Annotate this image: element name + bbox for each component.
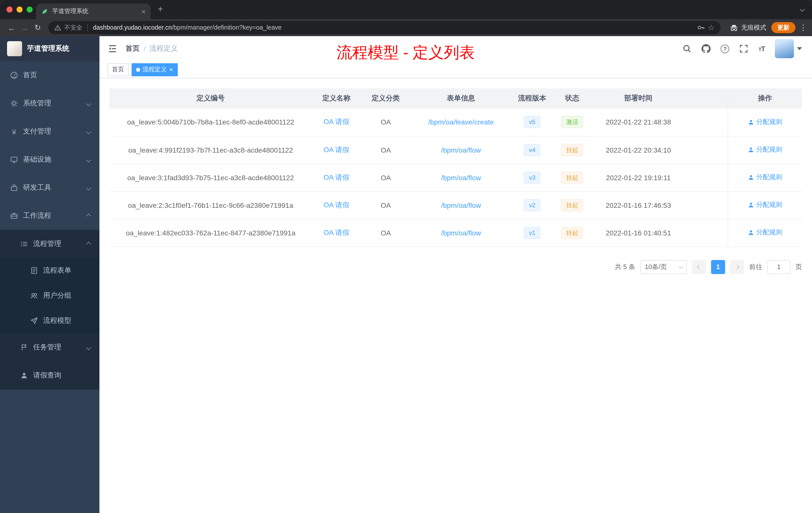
sidebar-item-process-management[interactable]: 流程管理 (0, 230, 99, 258)
form-link[interactable]: /bpm/oa/flow (441, 229, 481, 237)
definition-name-link[interactable]: OA 请假 (324, 228, 349, 236)
sidebar-item-infrastructure[interactable]: 基础设施 (0, 146, 99, 174)
incognito-badge: 无痕模式 (730, 23, 766, 32)
sidebar-item-home[interactable]: 首页 (0, 61, 99, 89)
table-row: oa_leave:5:004b710b-7b8a-11ec-8ef0-acde4… (110, 109, 802, 136)
reload-button[interactable]: ↻ (31, 23, 44, 32)
version-badge: v3 (524, 172, 540, 183)
table-header-row: 定义编号 定义名称 定义分类 表单信息 流程版本 状态 部署时间 操作 (110, 88, 802, 109)
form-link[interactable]: /bpm/oa/leave/create (428, 118, 494, 126)
github-icon[interactable] (702, 44, 711, 53)
window-zoom-button[interactable] (27, 6, 33, 12)
sidebar-item-workflow[interactable]: 工作流程 (0, 202, 99, 230)
assign-rule-link[interactable]: 分配规则 (748, 228, 782, 237)
person-icon (748, 202, 754, 208)
tag-home[interactable]: 首页 (108, 63, 128, 76)
assign-rule-link[interactable]: 分配规则 (748, 117, 782, 126)
assign-rule-link[interactable]: 分配规则 (748, 145, 782, 154)
avatar[interactable] (775, 39, 794, 58)
table-filler-cell (685, 191, 728, 219)
font-size-icon[interactable]: TT (758, 45, 765, 53)
paper-plane-icon (30, 317, 38, 325)
definition-name-link[interactable]: OA 请假 (324, 173, 349, 181)
chevron-up-icon (86, 213, 91, 218)
window-controls (6, 6, 33, 12)
tag-process-definition[interactable]: 流程定义 × (132, 63, 177, 76)
chevron-down-icon (86, 345, 91, 350)
breadcrumb-home[interactable]: 首页 (125, 44, 140, 53)
version-badge: v4 (524, 144, 540, 156)
table-row: oa_leave:4:991f2193-7b7f-11ec-a3c8-acde4… (110, 136, 802, 163)
window-minimize-button[interactable] (17, 6, 23, 12)
tab-search-icon[interactable] (800, 7, 805, 12)
help-icon[interactable]: ? (721, 44, 729, 53)
document-icon (30, 267, 38, 275)
pagination: 共 5 条 10条/页 1 前往 页 (110, 260, 802, 274)
browser-tab[interactable]: 芋道管理系统 × (36, 3, 151, 19)
hamburger-icon[interactable] (108, 44, 117, 54)
sidebar-item-process-form[interactable]: 流程表单 (0, 258, 99, 283)
status-badge: 挂起 (561, 199, 583, 211)
flag-icon (20, 343, 28, 351)
definition-name-link[interactable]: OA 请假 (324, 118, 349, 126)
chevron-down-icon (86, 185, 91, 190)
window-close-button[interactable] (6, 6, 12, 12)
chevron-down-icon (86, 101, 91, 106)
sidebar-item-task-management[interactable]: 任务管理 (0, 333, 99, 361)
browser-window: 芋道管理系统 × + ← → ↻ 不安全 dashboard.yudao.ioc… (0, 0, 812, 513)
prev-page-button[interactable] (692, 260, 706, 274)
status-badge: 挂起 (561, 227, 583, 239)
status-badge: 挂起 (561, 172, 583, 183)
yen-icon: ¥ (10, 127, 18, 136)
user-menu[interactable] (775, 39, 802, 58)
next-page-button[interactable] (730, 260, 744, 274)
pagination-total: 共 5 条 (615, 262, 635, 271)
page-annotation: 流程模型 - 定义列表 (337, 42, 475, 63)
form-link[interactable]: /bpm/oa/flow (441, 146, 481, 154)
address-bar[interactable]: 不安全 dashboard.yudao.iocoder.cn/bpm/manag… (48, 21, 721, 34)
sidebar-item-leave-query[interactable]: 请假查询 (0, 361, 99, 390)
definition-id: oa_leave:2:3c1f0ef1-76b1-11ec-9c66-a2380… (110, 191, 312, 219)
definition-name-link[interactable]: OA 请假 (324, 145, 349, 153)
app-logo (7, 41, 22, 56)
goto-page-input[interactable] (767, 260, 790, 274)
sidebar-item-system[interactable]: 系统管理 (0, 89, 99, 117)
not-secure-warning-icon (54, 24, 61, 31)
fullscreen-icon[interactable] (740, 44, 749, 53)
assign-rule-link[interactable]: 分配规则 (748, 173, 782, 182)
definition-category: OA (361, 219, 410, 246)
sidebar-item-process-model[interactable]: 流程模型 (0, 308, 99, 333)
tags-view: 首页 流程定义 × (99, 61, 812, 78)
form-link[interactable]: /bpm/oa/flow (441, 174, 481, 181)
version-badge: v5 (524, 116, 540, 128)
search-icon[interactable] (683, 44, 692, 53)
browser-tabstrip: 芋道管理系统 × + (0, 0, 812, 19)
table-filler-cell (685, 163, 728, 191)
breadcrumb-current: 流程定义 (150, 44, 178, 53)
goto-label: 前往 (749, 262, 762, 271)
sidebar-item-user-group[interactable]: 用户分组 (0, 283, 99, 308)
password-key-icon[interactable] (697, 24, 705, 32)
browser-menu-icon[interactable]: ⋮ (800, 23, 807, 32)
assign-rule-link[interactable]: 分配规则 (748, 201, 782, 210)
todo-list-icon (20, 240, 28, 248)
lock-icon (10, 184, 18, 192)
page-size-select[interactable]: 10条/页 (640, 260, 687, 274)
definition-name-link[interactable]: OA 请假 (324, 201, 349, 209)
definition-table: 定义编号 定义名称 定义分类 表单信息 流程版本 状态 部署时间 操作 (110, 88, 802, 247)
active-tag-dot (136, 67, 140, 71)
breadcrumb-separator: / (144, 45, 146, 53)
browser-update-button[interactable]: 更新 (771, 22, 795, 33)
back-button[interactable]: ← (5, 23, 18, 32)
tag-close-icon[interactable]: × (169, 66, 173, 73)
sidebar-item-devtools[interactable]: 研发工具 (0, 174, 99, 202)
new-tab-button[interactable]: + (158, 4, 163, 14)
tab-close-icon[interactable]: × (142, 8, 146, 15)
bookmark-star-icon[interactable]: ☆ (708, 23, 715, 32)
form-link[interactable]: /bpm/oa/flow (441, 201, 481, 209)
definition-category: OA (361, 109, 410, 136)
page-number-button[interactable]: 1 (711, 260, 725, 274)
person-icon (748, 174, 754, 181)
sidebar-item-payment[interactable]: ¥ 支付管理 (0, 117, 99, 146)
forward-button[interactable]: → (18, 23, 31, 32)
